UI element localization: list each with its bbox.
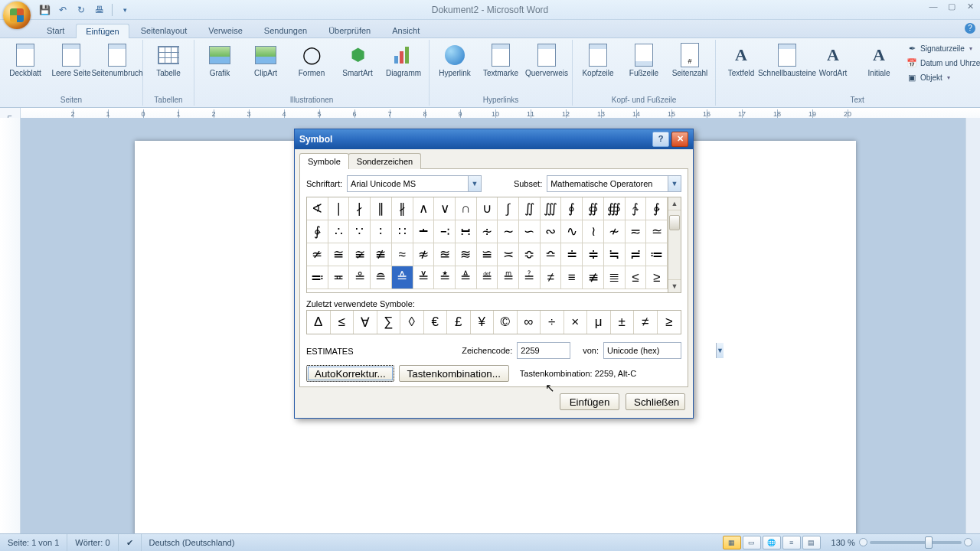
symbol-cell[interactable]: ∲ — [646, 197, 668, 220]
ribbon-tab-start[interactable]: Start — [37, 23, 74, 37]
ribbon-diagramm[interactable]: Diagramm — [381, 40, 426, 80]
zoom-thumb[interactable] — [925, 536, 933, 549]
ribbon-hyperlink[interactable]: Hyperlink — [433, 40, 477, 80]
symbol-cell[interactable]: ≚ — [413, 266, 435, 289]
vertical-ruler[interactable] — [0, 118, 21, 534]
insert-button[interactable]: Einfügen — [560, 393, 619, 410]
ribbon-deckblatt[interactable]: Deckblatt — [3, 40, 47, 80]
zoom-slider[interactable] — [870, 541, 962, 544]
symbol-cell[interactable]: ∥ — [371, 197, 392, 220]
symbol-cell[interactable]: ∳ — [307, 220, 328, 243]
symbol-cell[interactable]: ∱ — [626, 197, 647, 220]
symbol-cell[interactable]: ∪ — [477, 197, 498, 220]
recent-symbol[interactable]: ± — [611, 311, 635, 334]
chevron-down-icon[interactable]: ▼ — [716, 343, 724, 358]
symbol-cell[interactable]: ≛ — [434, 266, 456, 289]
recent-symbol[interactable]: ÷ — [541, 311, 564, 334]
symbol-cell[interactable]: ≙ — [392, 266, 413, 289]
ribbon-wordart[interactable]: AWordArt — [811, 40, 855, 80]
recent-symbol[interactable]: ∑ — [377, 311, 401, 334]
symbol-cell[interactable]: ≆ — [349, 243, 371, 266]
recent-symbol[interactable]: ◊ — [400, 311, 424, 334]
shortcut-button[interactable]: Tastenkombination... — [399, 365, 509, 382]
view-draft[interactable]: ▤ — [802, 536, 821, 549]
symbol-cell[interactable]: ∧ — [413, 197, 435, 220]
help-icon[interactable]: ? — [965, 23, 975, 34]
subset-combo[interactable]: ▼ — [547, 175, 681, 192]
scroll-down-icon[interactable]: ▼ — [668, 279, 681, 292]
recent-symbol[interactable]: ¥ — [471, 311, 495, 334]
symbol-cell[interactable]: ∷ — [392, 220, 413, 243]
ribbon-datum-und-uhrzeit[interactable]: 📅Datum und Uhrzeit▾ — [904, 56, 980, 70]
view-web[interactable]: 🌐 — [763, 536, 781, 549]
dialog-close-button[interactable]: ✕ — [671, 132, 688, 147]
symbol-cell[interactable]: ∵ — [349, 220, 371, 243]
qat-customize-icon[interactable]: ▾ — [117, 2, 132, 18]
from-combo[interactable]: ▼ — [603, 342, 681, 359]
minimize-button[interactable]: — — [926, 2, 940, 11]
recent-symbol[interactable]: ≤ — [331, 311, 354, 334]
print-icon[interactable]: 🖶 — [92, 2, 107, 18]
symbol-cell[interactable]: ≡ — [561, 266, 583, 289]
symbol-cell[interactable]: ∾ — [541, 220, 562, 243]
ribbon-fußzeile[interactable]: Fußzeile — [622, 40, 666, 80]
symbol-cell[interactable]: ≂ — [626, 220, 647, 243]
symbol-cell[interactable]: ≎ — [519, 243, 541, 266]
from-input[interactable] — [604, 343, 716, 358]
symbol-cell[interactable]: ∮ — [561, 197, 583, 220]
symbol-cell[interactable]: ≋ — [456, 243, 477, 266]
symbol-cell[interactable]: ∯ — [583, 197, 604, 220]
symbol-cell[interactable]: ∼ — [498, 220, 519, 243]
symbol-cell[interactable]: ≕ — [307, 266, 328, 289]
ribbon-leere-seite[interactable]: Leere Seite — [49, 40, 93, 80]
symbol-cell[interactable]: ≃ — [646, 220, 668, 243]
ribbon-objekt[interactable]: ▣Objekt▾ — [904, 70, 980, 84]
ribbon-clipart[interactable]: ClipArt — [243, 40, 288, 80]
symbol-cell[interactable]: ≥ — [646, 266, 668, 289]
symbol-cell[interactable]: ≅ — [328, 243, 350, 266]
symbol-cell[interactable]: ≘ — [371, 266, 392, 289]
close-button[interactable]: ✕ — [963, 2, 977, 11]
symbol-cell[interactable]: ≉ — [413, 243, 435, 266]
symbol-cell[interactable]: ≟ — [519, 266, 541, 289]
tab-sonderzeichen[interactable]: Sonderzeichen — [348, 153, 421, 169]
symbol-cell[interactable]: ∤ — [349, 197, 371, 220]
ribbon-tab-überprüfen[interactable]: Überprüfen — [318, 23, 381, 37]
close-dialog-button[interactable]: Schließen — [626, 393, 685, 410]
symbol-cell[interactable]: ∩ — [456, 197, 477, 220]
symbol-cell[interactable]: ∹ — [434, 220, 456, 243]
status-page[interactable]: Seite: 1 von 1 — [0, 534, 67, 551]
view-outline[interactable]: ≡ — [782, 536, 801, 549]
ribbon-tab-einfügen[interactable]: Einfügen — [76, 24, 129, 38]
status-proofing[interactable]: ✔ — [119, 534, 142, 551]
symbol-cell[interactable]: ∬ — [519, 197, 541, 220]
symbol-cell[interactable]: ∦ — [392, 197, 413, 220]
symbol-cell[interactable]: ∰ — [604, 197, 626, 220]
ribbon-tab-ansicht[interactable]: Ansicht — [382, 23, 430, 37]
symbol-cell[interactable]: ≞ — [498, 266, 519, 289]
ribbon-textmarke[interactable]: Textmarke — [479, 40, 523, 80]
redo-icon[interactable]: ↻ — [74, 2, 89, 18]
recent-symbols[interactable]: Δ≤∀∑◊€£¥©∞÷×μ±≠≥ — [306, 310, 681, 334]
ribbon-initiale[interactable]: AInitiale — [857, 40, 901, 80]
grid-scrollbar[interactable]: ▲ ▼ — [668, 197, 681, 292]
status-words[interactable]: Wörter: 0 — [67, 534, 118, 551]
symbol-grid[interactable]: ∢∣∤∥∦∧∨∩∪∫∬∭∮∯∰∱∲∳∴∵∶∷∸∹∺∻∼∽∾∿≀≁≂≃≄≅≆≇≈≉… — [307, 197, 668, 292]
symbol-cell[interactable]: ≑ — [583, 243, 604, 266]
font-input[interactable] — [348, 176, 468, 191]
autocorrect-button[interactable]: AutoKorrektur... — [306, 365, 394, 382]
symbol-cell[interactable]: ≣ — [604, 266, 626, 289]
symbol-cell[interactable]: ≁ — [604, 220, 626, 243]
symbol-cell[interactable]: ≀ — [583, 220, 604, 243]
scroll-thumb[interactable] — [669, 215, 680, 230]
recent-symbol[interactable]: € — [424, 311, 448, 334]
tab-symbole[interactable]: Symbole — [299, 153, 349, 169]
maximize-button[interactable]: ▢ — [945, 2, 959, 11]
ribbon-smartart[interactable]: ⬢SmartArt — [335, 40, 380, 80]
recent-symbol[interactable]: μ — [587, 311, 611, 334]
charcode-input[interactable]: 2259 — [517, 342, 570, 359]
symbol-cell[interactable]: ∨ — [434, 197, 456, 220]
symbol-cell[interactable]: ≔ — [646, 243, 668, 266]
symbol-cell[interactable]: ≒ — [604, 243, 626, 266]
symbol-cell[interactable]: ∶ — [371, 220, 392, 243]
